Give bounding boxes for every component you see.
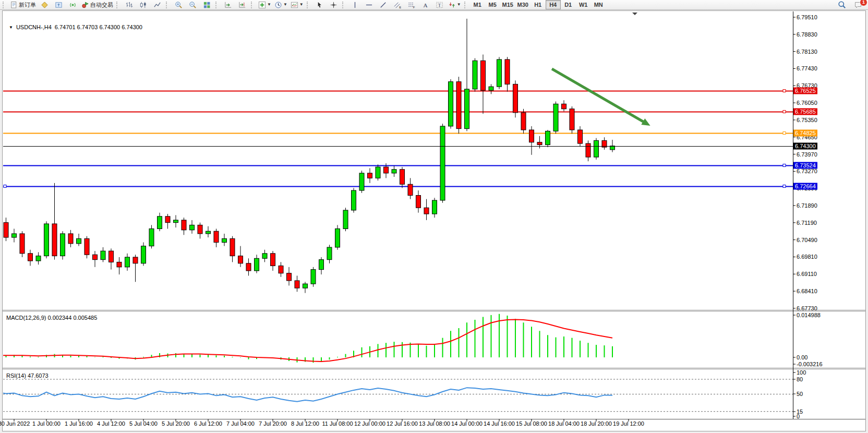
candle-bullish bbox=[36, 256, 41, 261]
hline-handle[interactable] bbox=[783, 111, 786, 113]
candle-bullish bbox=[206, 231, 211, 234]
candle-bearish bbox=[295, 281, 299, 288]
candle-bearish bbox=[238, 256, 243, 263]
candle-bearish bbox=[133, 257, 138, 263]
candle-bullish bbox=[262, 254, 267, 258]
plot-area[interactable] bbox=[0, 19, 793, 412]
candle-bullish bbox=[335, 228, 340, 247]
candle-bullish bbox=[149, 228, 154, 246]
hline-handle[interactable] bbox=[4, 185, 6, 188]
candle-bearish bbox=[424, 208, 429, 214]
candle-bullish bbox=[174, 220, 178, 223]
candle-bearish bbox=[214, 231, 219, 242]
candle-bearish bbox=[505, 59, 510, 84]
candle-bearish bbox=[368, 173, 372, 178]
hline-handle[interactable] bbox=[783, 90, 786, 92]
candle-bullish bbox=[311, 270, 316, 284]
candle-bearish bbox=[416, 196, 421, 208]
chart-shift-marker[interactable] bbox=[632, 13, 637, 15]
candle-bearish bbox=[578, 130, 583, 143]
candle-bearish bbox=[182, 220, 186, 230]
candle-bullish bbox=[594, 140, 599, 157]
candle-bearish bbox=[400, 170, 405, 184]
hline-handle[interactable] bbox=[783, 164, 786, 167]
candle-bearish bbox=[287, 273, 292, 281]
candle-bearish bbox=[408, 184, 413, 195]
candle-bullish bbox=[432, 200, 437, 214]
chart-canvas[interactable] bbox=[0, 0, 868, 433]
candle-bullish bbox=[158, 216, 162, 229]
candle-bearish bbox=[537, 142, 542, 145]
candle-bearish bbox=[85, 238, 89, 255]
candle-bullish bbox=[376, 167, 380, 178]
candle-bullish bbox=[319, 260, 324, 270]
candle-bullish bbox=[465, 89, 469, 129]
candle-bearish bbox=[529, 130, 534, 142]
candle-bullish bbox=[327, 247, 332, 260]
candle-bearish bbox=[279, 266, 283, 273]
candle-bearish bbox=[198, 225, 202, 234]
candle-bearish bbox=[93, 255, 98, 259]
candle-bullish bbox=[222, 238, 227, 242]
candle-bullish bbox=[101, 251, 105, 260]
candle-bullish bbox=[359, 173, 364, 190]
candle-bullish bbox=[125, 257, 130, 267]
candle-bullish bbox=[449, 82, 453, 126]
candle-bearish bbox=[562, 104, 566, 109]
candle-bullish bbox=[440, 126, 445, 200]
candle-bullish bbox=[255, 258, 259, 271]
candle-bullish bbox=[497, 59, 502, 87]
macd-signal-line bbox=[0, 319, 612, 362]
mt4-application: 新订单自动交易▼▼▼EFAT▼M1M5M15M30H1H4D1W1MN1 ▼ U… bbox=[0, 0, 868, 433]
candle-bullish bbox=[12, 234, 17, 237]
candle-bullish bbox=[473, 61, 477, 89]
candle-bullish bbox=[0, 223, 1, 251]
candle-bearish bbox=[246, 263, 251, 271]
candle-bullish bbox=[553, 104, 558, 131]
candle-bullish bbox=[190, 225, 195, 230]
candle-bearish bbox=[230, 238, 235, 256]
candle-bullish bbox=[392, 170, 396, 173]
candle-bearish bbox=[271, 254, 275, 266]
candle-bullish bbox=[489, 87, 493, 90]
candle-bearish bbox=[109, 251, 114, 262]
candle-bearish bbox=[481, 61, 486, 90]
candle-bearish bbox=[521, 113, 526, 130]
candle-bullish bbox=[546, 131, 550, 145]
candle-bearish bbox=[28, 254, 33, 261]
candle-bearish bbox=[117, 262, 122, 267]
candle-bullish bbox=[352, 190, 356, 210]
candle-bullish bbox=[77, 238, 81, 243]
candle-bearish bbox=[570, 109, 574, 130]
candle-bullish bbox=[61, 234, 65, 256]
candle-bearish bbox=[68, 234, 73, 244]
hline-handle[interactable] bbox=[783, 185, 786, 188]
candle-bearish bbox=[20, 234, 25, 254]
candle-bullish bbox=[343, 210, 348, 229]
candle-bullish bbox=[303, 284, 308, 288]
candle-bearish bbox=[513, 84, 518, 112]
trend-arrow-line[interactable] bbox=[552, 69, 646, 123]
candle-bullish bbox=[141, 246, 146, 263]
candle-bearish bbox=[456, 82, 461, 129]
candle-bearish bbox=[586, 143, 590, 157]
rsi-line bbox=[0, 388, 612, 402]
candle-bearish bbox=[52, 224, 57, 256]
hline-handle[interactable] bbox=[783, 132, 786, 135]
candle-bearish bbox=[384, 167, 389, 173]
candle-bearish bbox=[165, 216, 170, 223]
candle-bearish bbox=[4, 223, 8, 237]
candle-bullish bbox=[44, 224, 49, 256]
